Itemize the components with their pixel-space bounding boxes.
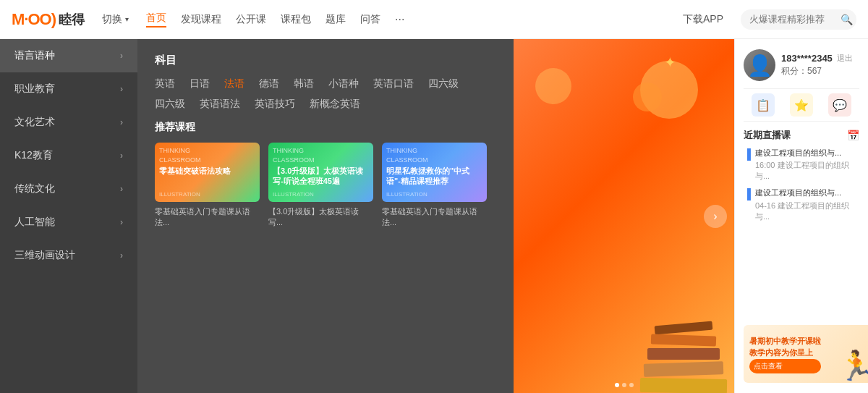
sidebar-item-label: 职业教育 [14,83,55,96]
search-input[interactable] [749,14,836,25]
notes-icon: 📋 [752,93,775,117]
logo-icon: M∙OO) [12,10,56,29]
sidebar-item-label: 传统文化 [14,182,55,195]
sidebar-item-label: K12教育 [14,149,53,162]
live-item-time-1: 04-16 建设工程项目的组织与... [755,200,859,222]
sidebar-item-label: 语言语种 [14,49,55,62]
course-card-1[interactable]: THINKING CLASSROOM 【3.0升级版】太极英语读写-听说全程班4… [268,143,373,229]
card-title-2: 明星私教拯救你的"中式语"-精品课程推荐 [386,166,482,187]
nav-item-open-course[interactable]: 公开课 [236,13,266,26]
live-item-0[interactable]: ▐ 建设工程项目的组织与... 16:00 建设工程项目的组织与... [744,148,859,182]
banner-dots [615,383,634,387]
sidebar-item-3d[interactable]: 三维动画设计 › [0,239,137,272]
tag-skills[interactable]: 英语技巧 [255,98,295,111]
live-item-content-1: 建设工程项目的组织与... 04-16 建设工程项目的组织与... [755,187,859,221]
tag-english-oral[interactable]: 英语口语 [373,77,414,90]
live-section: 近期直播课 📅 ▐ 建设工程项目的组织与... 16:00 建设工程项目的组织与… [744,129,859,318]
sidebar-arrow-icon: › [120,217,123,227]
sidebar-arrow-icon: › [120,117,123,127]
course-card-2[interactable]: THINKING CLASSROOM 明星私教拯救你的"中式语"-精品课程推荐 … [382,143,487,229]
live-calendar-icon[interactable]: 📅 [847,130,859,141]
ad-button[interactable]: 点击查看 [749,359,821,373]
logo-text: 睦得 [59,11,85,28]
card-subtitle-0b: CLASSROOM [159,156,255,164]
action-messages-button[interactable]: 💬 [828,93,851,117]
sidebar-item-culture[interactable]: 文化艺术 › [0,106,137,139]
logo[interactable]: M∙OO) 睦得 [12,10,85,29]
course-card-image-1: THINKING CLASSROOM 【3.0升级版】太极英语读写-听说全程班4… [268,143,373,202]
dropdown-tags: 英语 日语 法语 德语 韩语 小语种 英语口语 四六级 四六级 英语语法 英语技… [155,77,496,111]
nav-item-more[interactable]: ··· [395,13,404,26]
sidebar-item-traditional[interactable]: 传统文化 › [0,172,137,206]
card-tag-1: ILLUSTRATION [273,191,369,198]
card-subtitle-2b: CLASSROOM [386,156,482,164]
banner-dot-2[interactable] [629,383,634,387]
tag-german[interactable]: 德语 [259,77,279,90]
nav-item-discover[interactable]: 发现课程 [181,13,221,26]
live-item-time-0: 16:00 建设工程项目的组织与... [755,160,859,182]
dropdown-section-title: 科目 [155,54,496,67]
sidebar-item-ai[interactable]: 人工智能 › [0,206,137,239]
tag-new-concept[interactable]: 新概念英语 [310,98,360,111]
avatar: 👤 [744,49,775,81]
banner-dot-1[interactable] [622,383,626,387]
sidebar-item-label: 三维动画设计 [14,249,75,262]
action-favorites-button[interactable]: ⭐ [790,93,813,117]
banner-next-button[interactable]: › [704,205,727,228]
logout-button[interactable]: 退出 [837,53,853,64]
user-name-row: 183****2345 退出 [781,53,859,64]
nav-item-quiz[interactable]: 题库 [326,13,346,26]
user-actions: 📋 ⭐ 💬 [744,88,859,122]
sidebar-item-language[interactable]: 语言语种 › [0,39,137,72]
tag-grammar[interactable]: 英语语法 [200,98,240,111]
sidebar-item-label: 人工智能 [14,216,55,229]
sidebar-item-vocational[interactable]: 职业教育 › [0,72,137,106]
tag-french[interactable]: 法语 [224,77,244,90]
sidebar-arrow-icon: › [120,184,123,194]
tag-korean[interactable]: 韩语 [294,77,314,90]
message-icon: 💬 [828,93,851,117]
card-tag-2: ILLUSTRATION [386,191,482,198]
tag-japanese[interactable]: 日语 [190,77,210,90]
sidebar-arrow-icon: › [120,151,123,161]
user-details: 183****2345 退出 积分：567 [781,53,859,77]
card-subtitle-1: THINKING [273,147,369,154]
tag-ielts2[interactable]: 四六级 [155,98,185,111]
nav-item-course-pack[interactable]: 课程包 [281,13,311,26]
tag-minor-lang[interactable]: 小语种 [328,77,359,90]
download-button[interactable]: 下载APP [683,13,723,26]
card-title-1: 【3.0升级版】太极英语读写-听说全程班45遍 [273,166,369,187]
recommended-title: 推荐课程 [155,121,496,134]
course-card-label-2: 零基础英语入门专题课从语法... [382,206,487,229]
nav-switch[interactable]: 切换 ▾ [102,13,129,26]
nav-item-qa[interactable]: 问答 [360,13,380,26]
tag-english[interactable]: 英语 [155,77,175,90]
switch-label: 切换 [102,13,122,26]
sidebar-item-k12[interactable]: K12教育 › [0,139,137,172]
card-subtitle-0: THINKING [159,147,255,154]
main-content: 语言语种 › 职业教育 › 文化艺术 › K12教育 › 传统文化 › 人工智能… [0,39,868,393]
user-name: 183****2345 [781,53,833,64]
nav-item-home[interactable]: 首页 [146,12,166,28]
star-icon: ⭐ [790,93,813,117]
course-card-0[interactable]: THINKING CLASSROOM 零基础突破语法攻略 ILLUSTRATIO… [155,143,260,229]
recommended-section: 推荐课程 THINKING CLASSROOM 零基础突破语法攻略 ILLUST… [155,121,496,229]
course-card-image-0: THINKING CLASSROOM 零基础突破语法攻略 ILLUSTRATIO… [155,143,260,202]
dropdown-panel: 科目 英语 日语 法语 德语 韩语 小语种 英语口语 四六级 四六级 英语语法 … [137,39,514,393]
action-notes-button[interactable]: 📋 [752,93,775,117]
course-card-label-0: 零基础英语入门专题课从语法... [155,206,260,229]
banner-area: ✦ › [514,39,734,393]
banner-dot-0[interactable] [615,383,619,387]
ad-text-line2: 教学内容为你呈上 [749,347,821,359]
search-box[interactable]: 🔍 [741,9,856,30]
card-title-0: 零基础突破语法攻略 [159,166,255,176]
ad-text-line1: 暑期初中教学开课啦 [749,335,821,347]
tag-ielts1[interactable]: 四六级 [428,77,459,90]
live-bar-icon-0: ▐ [744,148,751,160]
ad-figure-icon: 🏃 [838,349,868,383]
user-info: 👤 183****2345 退出 积分：567 [744,49,859,81]
live-item-1[interactable]: ▐ 建设工程项目的组织与... 04-16 建设工程项目的组织与... [744,187,859,221]
sidebar-item-label: 文化艺术 [14,116,55,129]
sidebar-arrow-icon: › [120,250,123,261]
search-icon[interactable]: 🔍 [841,14,853,25]
